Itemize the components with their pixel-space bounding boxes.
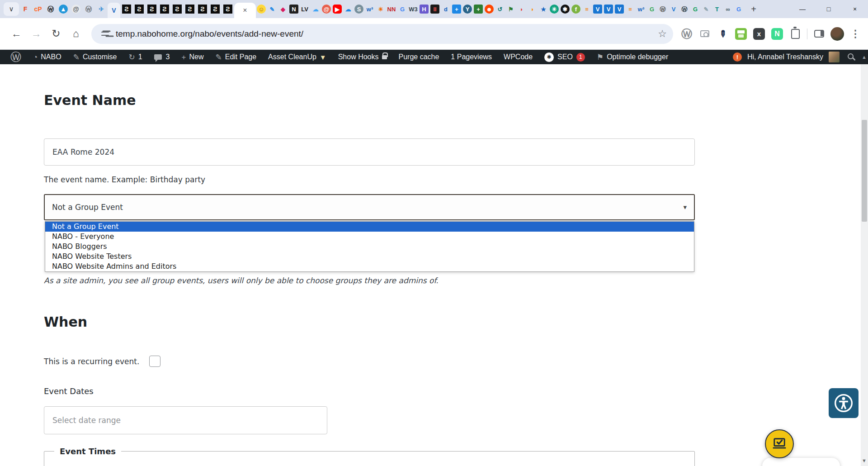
tab-favicon[interactable]: NN — [386, 0, 397, 18]
address-bar[interactable]: temp.nabohome.org/nabo/events/add-new-ev… — [91, 24, 673, 44]
adminbar-edit-page[interactable]: ✎Edit Page — [209, 50, 262, 64]
chat-widget-button[interactable] — [765, 429, 794, 458]
adminbar-asset-cleanup[interactable]: Asset CleanUp▼ — [262, 50, 332, 64]
side-panel-icon[interactable] — [810, 25, 828, 43]
tab-favicon[interactable]: S — [354, 0, 364, 18]
menu-kebab-icon[interactable]: ⋮ — [846, 25, 864, 43]
adminbar-purge-cache[interactable]: Purge cache — [393, 50, 445, 64]
tab-favicon[interactable]: ☻ — [484, 0, 495, 18]
group-option[interactable]: NABO Website Testers — [45, 252, 694, 262]
bookmark-star-icon[interactable]: ☆ — [658, 28, 667, 40]
tab-favicon[interactable]: ☀ — [375, 0, 386, 18]
adminbar-seo[interactable]: ✱SEO1 — [538, 50, 591, 64]
tab-favicon[interactable]: w³ — [364, 0, 375, 18]
tab-favicon[interactable]: Ƨ — [133, 0, 146, 18]
tab-favicon[interactable]: Ƨ — [196, 0, 209, 18]
print-friendly-icon[interactable] — [732, 25, 750, 43]
tab-favicon[interactable]: ◗ — [527, 0, 538, 18]
adminbar-customise[interactable]: ✎Customise — [67, 50, 123, 64]
tab-favicon[interactable]: G — [690, 0, 701, 18]
tab-favicon[interactable]: N — [288, 0, 299, 18]
tab-favicon[interactable]: II — [429, 0, 440, 18]
tab-favicon[interactable]: Ƨ — [171, 0, 184, 18]
tab-favicon[interactable]: Ƨ — [209, 0, 222, 18]
event-name-input[interactable] — [44, 138, 695, 166]
tab-favicon[interactable]: G — [397, 0, 408, 18]
tab-search-chevron-icon[interactable]: ∨ — [4, 2, 19, 16]
adminbar-show-hooks[interactable]: Show Hooks — [332, 50, 393, 64]
recurring-checkbox[interactable] — [149, 356, 160, 367]
adminbar-nabo[interactable]: ◔NABO — [27, 50, 67, 64]
reload-icon[interactable]: ↻ — [46, 24, 66, 44]
x-extension-icon[interactable]: x — [750, 25, 768, 43]
tab-favicon[interactable]: @ — [321, 0, 332, 18]
adminbar-optimole-debugger[interactable]: ⚑Optimole debugger — [591, 50, 674, 64]
new-tab-button[interactable]: + — [747, 2, 760, 16]
tab-favicon[interactable]: V — [603, 0, 614, 18]
tab-favicon[interactable]: ≡ — [581, 0, 592, 18]
tab-favicon[interactable]: ☁ — [310, 0, 321, 18]
tab-favicon[interactable]: ☺ — [256, 0, 267, 18]
group-option[interactable]: NABO Bloggers — [45, 242, 694, 252]
scroll-up-arrow[interactable]: ▲ — [861, 52, 868, 62]
tab-favicon[interactable]: V — [592, 0, 603, 18]
tab-favicon[interactable]: ✱ — [560, 0, 571, 18]
tab-favicon[interactable]: Ƨ — [120, 0, 133, 18]
tab-favicon[interactable]: ✈ — [95, 0, 108, 18]
close-window-button[interactable]: × — [842, 0, 868, 18]
tab-favicon[interactable]: ☁ — [343, 0, 354, 18]
profile-avatar[interactable] — [828, 25, 846, 43]
eyedropper-icon[interactable]: ✏ — [714, 25, 732, 43]
notion-extension-icon[interactable]: N — [768, 25, 786, 43]
group-select[interactable]: Not a Group Event ▾ — [44, 194, 695, 220]
tab-favicon[interactable]: Ⓦ — [82, 0, 95, 18]
tab-favicon[interactable]: ◆ — [278, 0, 288, 18]
tab-favicon[interactable]: ▶ — [332, 0, 343, 18]
tab-favicon[interactable]: W3 — [408, 0, 419, 18]
adminbar-3[interactable]: 3 — [148, 50, 176, 64]
tab-favicon[interactable]: Ⓦ — [44, 0, 57, 18]
extensions-jar-icon[interactable] — [786, 25, 804, 43]
tab-favicon[interactable]: d — [440, 0, 451, 18]
tab-favicon[interactable]: Ƨ — [146, 0, 158, 18]
tab-favicon[interactable]: V — [668, 0, 679, 18]
tab-favicon[interactable]: ∞ — [722, 0, 733, 18]
tab-favicon[interactable]: ≡ — [625, 0, 636, 18]
scrollbar-thumb[interactable] — [862, 120, 867, 222]
user-avatar[interactable] — [829, 52, 840, 62]
alert-icon[interactable]: ! — [733, 52, 742, 62]
adminbar-new[interactable]: +New — [176, 50, 210, 64]
tab-favicon[interactable]: Ⓦ — [657, 0, 668, 18]
tab-favicon[interactable]: Ƨ — [184, 0, 196, 18]
wordpress-extension-icon[interactable]: Ⓦ — [678, 25, 696, 43]
tab-favicon[interactable]: H — [419, 0, 429, 18]
home-icon[interactable]: ⌂ — [66, 24, 86, 44]
group-option[interactable]: Not a Group Event — [45, 222, 694, 232]
group-option[interactable]: NABO Website Admins and Editors — [45, 262, 694, 271]
tab-favicon[interactable]: + — [451, 0, 462, 18]
tab-favicon[interactable]: F — [19, 0, 32, 18]
adminbar-1[interactable]: ↻1 — [123, 50, 148, 64]
site-info-icon[interactable] — [100, 29, 110, 39]
forward-icon[interactable]: → — [26, 24, 46, 44]
tab-favicon[interactable]: ↺ — [495, 0, 505, 18]
tab-favicon[interactable]: LV — [299, 0, 310, 18]
chat-widget-bubble[interactable] — [762, 458, 840, 466]
tab-favicon[interactable]: @ — [70, 0, 82, 18]
scroll-down-arrow[interactable]: ▼ — [861, 455, 868, 466]
tab-favicon[interactable]: G — [733, 0, 744, 18]
tab-favicon[interactable]: ◗ — [516, 0, 527, 18]
tab-favicon[interactable]: ★ — [538, 0, 549, 18]
maximize-button[interactable]: □ — [816, 0, 842, 18]
tab-favicon[interactable]: V — [108, 3, 120, 18]
tab-favicon[interactable]: Ƨ — [222, 0, 234, 18]
tab-favicon[interactable]: ✎ — [701, 0, 712, 18]
user-greeting[interactable]: Hi, Annabel Treshansky — [747, 53, 823, 61]
back-icon[interactable]: ← — [6, 24, 26, 44]
search-icon[interactable] — [848, 53, 854, 59]
tab-favicon[interactable]: ✳ — [549, 0, 560, 18]
minimize-button[interactable]: — — [789, 0, 816, 18]
date-range-input[interactable] — [44, 406, 327, 434]
tab-favicon[interactable]: w³ — [636, 0, 646, 18]
tab-favicon[interactable]: ▲ — [57, 0, 70, 18]
